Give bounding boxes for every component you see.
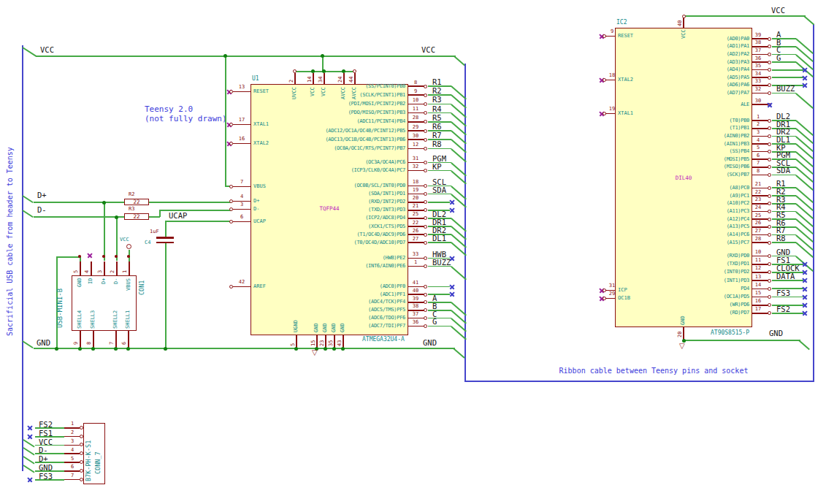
pin-stub bbox=[233, 221, 251, 223]
net-label-vcc[interactable]: VCC bbox=[771, 6, 785, 15]
vertical-pin-label: 20 bbox=[677, 332, 683, 337]
net-wire bbox=[428, 202, 450, 203]
net-label[interactable]: BUZZ bbox=[776, 84, 795, 93]
pin-end bbox=[768, 165, 771, 169]
pin-stub bbox=[233, 91, 251, 93]
pin-row: (AD1)PA1 38 B bbox=[619, 43, 826, 51]
net-wire bbox=[428, 294, 450, 295]
gnd-symbol: ▽ bbox=[312, 349, 318, 356]
pin-number: 36 bbox=[751, 56, 765, 61]
net-label[interactable]: SDA bbox=[776, 166, 790, 175]
u1-portb-pins: (SS/PCINT0)PB0 8 R1 (SCLK/PCINT1)PB1 9 R… bbox=[255, 82, 468, 153]
pin-end bbox=[80, 435, 83, 438]
net-label[interactable]: SDA bbox=[432, 186, 446, 194]
pin-number: 35 bbox=[751, 63, 765, 69]
capacitor-c4-ref: C4 bbox=[145, 240, 150, 245]
net-label[interactable]: R3 bbox=[432, 95, 442, 104]
pin-number: 6 bbox=[66, 464, 79, 470]
net-label[interactable]: FS3 bbox=[776, 289, 790, 297]
schematic-text: 9 bbox=[605, 28, 619, 34]
pin-name: (AD1)PA1 bbox=[619, 43, 749, 49]
net-label-dplus[interactable]: D+ bbox=[37, 191, 47, 199]
pin-end bbox=[768, 210, 771, 213]
pin-end bbox=[424, 138, 427, 142]
wire-segment bbox=[115, 255, 118, 258]
net-label[interactable]: G bbox=[432, 317, 437, 326]
no-connect-icon bbox=[802, 278, 808, 283]
schematic-text: 19 bbox=[605, 106, 619, 112]
net-label-ucap[interactable]: UCAP bbox=[169, 211, 187, 220]
net-label[interactable]: R8 bbox=[432, 140, 442, 148]
pin-end bbox=[424, 233, 427, 237]
pin-row: (RD)PD7 17 FS2 bbox=[619, 309, 826, 317]
pin-end bbox=[768, 262, 771, 266]
net-label[interactable]: FS2 bbox=[776, 305, 790, 313]
net-label[interactable]: R7 bbox=[432, 131, 442, 140]
no-connect-icon bbox=[802, 302, 808, 308]
pin-stub bbox=[408, 266, 424, 267]
pin-name: (XCK1/CTS)PD5 bbox=[255, 224, 405, 229]
pin-name: (INT0)PD2 bbox=[619, 269, 749, 275]
net-label-dminus[interactable]: D- bbox=[37, 205, 47, 214]
net-label[interactable]: R4 bbox=[432, 104, 442, 113]
no-connect-icon bbox=[449, 199, 455, 205]
pin-number: 1 bbox=[66, 421, 79, 427]
net-label-gnd[interactable]: GND bbox=[769, 329, 783, 337]
net-label-gnd[interactable]: GND bbox=[423, 338, 437, 347]
pin-name: ALE bbox=[619, 102, 749, 107]
resistor-r3[interactable]: 22 bbox=[124, 213, 149, 220]
schematic-text: 13 bbox=[234, 84, 250, 90]
vertical-pin-label: GND bbox=[77, 278, 83, 287]
pin-number: 2 bbox=[66, 429, 79, 435]
pin-end bbox=[80, 443, 83, 446]
pin-row: (AD0)PA0 39 A bbox=[619, 35, 826, 43]
net-label[interactable]: GND bbox=[776, 248, 790, 256]
pin-number: 28 bbox=[751, 236, 765, 242]
pin-end bbox=[768, 45, 771, 48]
pin-end bbox=[768, 142, 771, 146]
net-wire bbox=[428, 302, 451, 303]
net-label-vcc[interactable]: VCC bbox=[40, 45, 54, 54]
pin-row: (T0)PB0 1 DL2 bbox=[619, 117, 826, 125]
resistor-r2-ref: R2 bbox=[129, 191, 134, 197]
pin-row: (A10)PC2 23 R3 bbox=[619, 199, 826, 207]
net-label[interactable]: KP bbox=[432, 162, 442, 171]
resistor-r2[interactable]: 22 bbox=[124, 199, 149, 205]
ic2-portd-pins: (RXD)PD0 10 GND (TXD)PD1 11 FS1 (INT0)PD… bbox=[619, 252, 826, 318]
net-label[interactable]: DL1 bbox=[432, 234, 446, 243]
pin-end bbox=[424, 93, 427, 97]
pin-end bbox=[768, 61, 771, 64]
pin-number: 22 bbox=[408, 220, 423, 226]
net-wire bbox=[428, 318, 451, 319]
pin-number: 21 bbox=[751, 181, 765, 187]
pin-stub bbox=[104, 261, 105, 275]
no-connect-icon bbox=[27, 425, 33, 431]
net-label-gnd[interactable]: GND bbox=[37, 338, 50, 347]
net-label[interactable]: DATA bbox=[776, 272, 795, 280]
net-label[interactable]: R2 bbox=[432, 86, 442, 95]
net-label[interactable]: FS1 bbox=[776, 256, 790, 264]
vertical-pin-label: 4 bbox=[84, 270, 90, 273]
capacitor-c4[interactable] bbox=[156, 237, 174, 239]
pin-number: 39 bbox=[408, 296, 423, 302]
junction-dot bbox=[115, 215, 118, 219]
no-connect-icon bbox=[27, 477, 33, 483]
pin-stub bbox=[752, 104, 768, 105]
net-label[interactable]: CLOCK bbox=[776, 264, 800, 272]
pin-row: (RXD/INT2)PD2 20 bbox=[255, 198, 468, 206]
net-label[interactable]: R8 bbox=[776, 234, 786, 243]
pin-name: (ADC13/OC1B/OC4B/PCINT13)PB6 bbox=[255, 137, 405, 142]
pin-row: (SS)PB4 5 KP bbox=[619, 148, 826, 156]
vertical-pin-label: D- bbox=[113, 278, 119, 284]
net-label-vcc[interactable]: VCC bbox=[421, 45, 435, 54]
net-label[interactable]: R5 bbox=[432, 113, 442, 122]
net-label[interactable]: R1 bbox=[432, 77, 442, 86]
net-label[interactable]: R6 bbox=[432, 122, 442, 131]
pin-stub bbox=[408, 326, 424, 327]
pin-number: 25 bbox=[751, 213, 765, 218]
net-label[interactable]: G bbox=[776, 53, 781, 62]
pin-end bbox=[768, 279, 771, 283]
pin-stub bbox=[80, 331, 81, 348]
no-connect-icon bbox=[802, 270, 808, 275]
net-label[interactable]: BUZZ bbox=[432, 258, 451, 267]
